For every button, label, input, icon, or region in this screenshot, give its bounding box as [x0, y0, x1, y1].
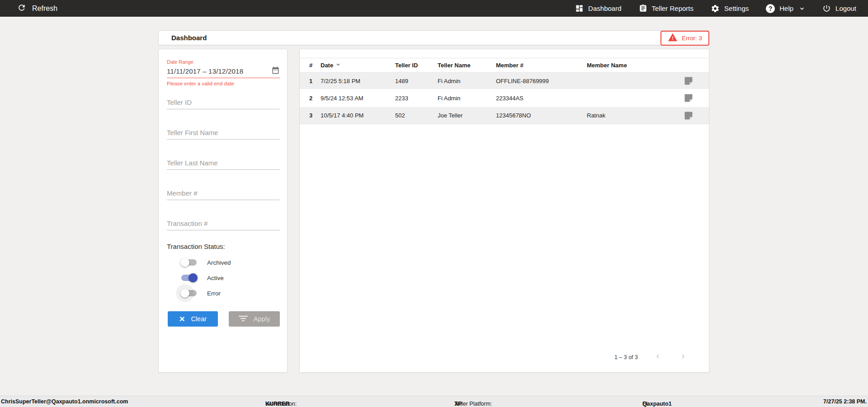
teller-first-name-placeholder: Teller First Name: [167, 129, 218, 136]
pagination: 1 – 3 of 3: [614, 353, 689, 361]
clear-button-label: Clear: [191, 315, 207, 323]
row-member-number: OFFLINE-88769999: [496, 78, 587, 84]
page-title-bar: Dashboard Error: 3: [158, 30, 709, 45]
error-count-badge[interactable]: Error: 3: [660, 31, 709, 46]
nav-item-label: Help: [779, 5, 793, 12]
teller-id-input[interactable]: Teller ID: [167, 97, 280, 109]
table-row[interactable]: 3 10/5/17 4:40 PM 502 Joe Teller 1234567…: [300, 107, 709, 124]
refresh-icon: [17, 3, 26, 14]
fi-value: Qaxpauto1: [642, 401, 672, 407]
refresh-button[interactable]: Refresh: [0, 3, 57, 14]
teller-app-window: Refresh Dashboard Teller Reports Setting…: [0, 0, 868, 407]
table-body: 1 7/2/25 5:18 PM 1489 Fi Admin OFFLINE-8…: [300, 73, 709, 124]
row-teller-id: 2233: [395, 95, 438, 102]
apply-button-label: Apply: [254, 315, 270, 323]
logged-in-user: ChrisSuperTeller@Qaxpauto1.onmicrosoft.c…: [1, 398, 128, 405]
table-row[interactable]: 2 9/5/24 12:53 AM 2233 Fi Admin 223344AS: [300, 90, 709, 107]
page-title: Dashboard: [159, 34, 207, 42]
note-icon[interactable]: [683, 110, 694, 121]
help-icon: ?: [766, 4, 775, 13]
pagination-next-button[interactable]: [678, 353, 689, 361]
teller-id-placeholder: Teller ID: [167, 98, 192, 106]
member-number-input[interactable]: Member #: [167, 187, 280, 200]
transaction-number-input[interactable]: Transaction #: [167, 218, 280, 230]
row-number: 3: [309, 112, 321, 119]
transaction-status-label: Transaction Status:: [167, 243, 280, 250]
row-actions: [673, 110, 704, 121]
clear-button[interactable]: ✕ Clear: [168, 311, 218, 327]
column-header-date[interactable]: Date: [321, 61, 395, 69]
date-range-value[interactable]: 11/11/2017 – 13/12/2018: [167, 67, 243, 75]
teller-last-name-placeholder: Teller Last Name: [167, 159, 218, 167]
row-teller-name: Fi Admin: [438, 95, 496, 102]
row-actions: [673, 93, 704, 103]
nav-item-help[interactable]: ? Help: [766, 4, 805, 13]
warning-triangle-icon: [668, 33, 678, 44]
row-number: 2: [309, 95, 321, 102]
column-header-num[interactable]: #: [309, 62, 321, 69]
toggle-error-label: Error: [207, 290, 221, 297]
transactions-panel: # Date Teller ID Teller Name Member # Me…: [299, 49, 709, 373]
filters-panel: Date Range 11/11/2017 – 13/12/2018 Pleas…: [158, 49, 288, 373]
teller-last-name-input[interactable]: Teller Last Name: [167, 157, 280, 170]
calendar-icon[interactable]: [271, 66, 280, 76]
column-header-teller-id[interactable]: Teller ID: [395, 62, 438, 69]
row-actions: [673, 75, 704, 86]
nav-item-label: Logout: [835, 5, 856, 12]
toggle-error[interactable]: Error: [181, 289, 221, 298]
date-range-error-message: Please enter a valid end date: [167, 81, 280, 86]
toggle-active-label: Active: [207, 275, 224, 281]
top-nav-bar: Refresh Dashboard Teller Reports Setting…: [0, 0, 868, 17]
refresh-label: Refresh: [32, 5, 57, 13]
sort-desc-icon: [335, 61, 341, 69]
toggle-error-track[interactable]: [181, 290, 197, 296]
chevron-down-icon: [799, 5, 805, 12]
transaction-number-placeholder: Transaction #: [167, 220, 208, 227]
date-range-field[interactable]: 11/11/2017 – 13/12/2018: [167, 65, 280, 76]
status-bar: ChrisSuperTeller@Qaxpauto1.onmicrosoft.c…: [0, 396, 868, 407]
column-header-member-num[interactable]: Member #: [496, 62, 587, 69]
toggle-active-track[interactable]: [181, 275, 197, 281]
nav-item-label: Dashboard: [588, 5, 621, 12]
row-date: 9/5/24 12:53 AM: [321, 95, 395, 102]
member-number-placeholder: Member #: [167, 189, 198, 197]
clipboard-icon: [639, 4, 647, 13]
row-teller-name: Fi Admin: [438, 78, 496, 84]
dashboard-icon: [575, 4, 584, 13]
toggle-archived[interactable]: Archived: [181, 258, 231, 267]
toggle-knob: [180, 258, 189, 267]
note-icon[interactable]: [683, 75, 694, 86]
status-datetime: 7/27/25 2:38 PM.: [823, 398, 867, 405]
table-row[interactable]: 1 7/2/25 5:18 PM 1489 Fi Admin OFFLINE-8…: [300, 73, 709, 90]
toggle-knob: [180, 289, 189, 298]
workstation-value: KURRER: [265, 401, 289, 407]
teller-first-name-input[interactable]: Teller First Name: [167, 127, 280, 140]
note-icon[interactable]: [683, 93, 694, 103]
date-range-label: Date Range: [167, 59, 280, 65]
column-header-member-name[interactable]: Member Name: [587, 62, 673, 69]
nav-item-settings[interactable]: Settings: [711, 4, 749, 13]
pagination-range-text: 1 – 3 of 3: [614, 354, 638, 360]
row-date: 7/2/25 5:18 PM: [321, 78, 395, 84]
toggle-active[interactable]: Active: [181, 273, 224, 282]
table-header-row: # Date Teller ID Teller Name Member # Me…: [300, 58, 709, 73]
nav-item-label: Teller Reports: [652, 5, 694, 12]
toggle-knob: [189, 273, 198, 282]
column-header-date-label: Date: [321, 62, 333, 69]
row-teller-id: 1489: [395, 78, 438, 84]
toggle-archived-track[interactable]: [181, 259, 197, 266]
error-badge-label: Error: 3: [682, 35, 702, 42]
nav-item-teller-reports[interactable]: Teller Reports: [639, 4, 694, 13]
toggle-archived-label: Archived: [207, 259, 231, 266]
pagination-prev-button[interactable]: [652, 353, 663, 361]
nav-item-logout[interactable]: Logout: [822, 4, 856, 13]
x-icon: ✕: [179, 315, 185, 323]
nav-item-label: Settings: [724, 5, 749, 12]
row-number: 1: [309, 78, 321, 84]
transactions-table: # Date Teller ID Teller Name Member # Me…: [300, 58, 709, 124]
apply-button[interactable]: Apply: [229, 311, 280, 327]
nav-item-dashboard[interactable]: Dashboard: [575, 4, 621, 13]
column-header-teller-name[interactable]: Teller Name: [438, 62, 496, 69]
row-date: 10/5/17 4:40 PM: [321, 112, 395, 119]
row-member-name: Ratnak: [587, 112, 673, 119]
